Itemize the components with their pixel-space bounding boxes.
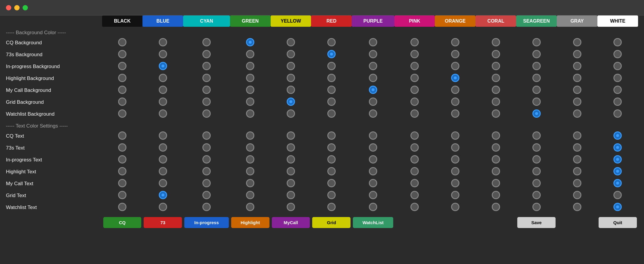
radio-text-6-black[interactable] <box>118 203 126 211</box>
radio-bg-1-green[interactable] <box>246 50 254 58</box>
radio-bg-2-gray[interactable] <box>573 62 581 70</box>
radio-text-4-orange[interactable] <box>451 179 459 187</box>
radio-text-1-white[interactable] <box>613 143 622 152</box>
radio-text-1-red[interactable] <box>327 143 336 152</box>
radio-text-2-yellow[interactable] <box>287 155 295 164</box>
minimize-button[interactable] <box>14 5 20 10</box>
radio-text-0-coral[interactable] <box>492 131 500 140</box>
radio-bg-3-green[interactable] <box>246 74 254 82</box>
radio-text-0-yellow[interactable] <box>287 131 295 140</box>
radio-bg-4-orange[interactable] <box>451 86 459 94</box>
footer-btn-cq[interactable]: CQ <box>103 217 142 228</box>
radio-text-3-pink[interactable] <box>410 167 419 175</box>
radio-bg-6-seagreen[interactable] <box>532 109 541 118</box>
radio-bg-4-green[interactable] <box>246 86 254 94</box>
radio-text-3-orange[interactable] <box>451 167 459 175</box>
radio-text-6-green[interactable] <box>246 203 254 211</box>
radio-text-6-orange[interactable] <box>451 203 459 211</box>
radio-text-0-cyan[interactable] <box>202 131 211 140</box>
radio-text-0-white[interactable] <box>613 131 622 140</box>
radio-text-5-black[interactable] <box>118 191 126 199</box>
radio-bg-5-green[interactable] <box>246 98 254 106</box>
radio-text-2-red[interactable] <box>327 155 336 164</box>
radio-text-2-purple[interactable] <box>369 155 377 164</box>
radio-bg-0-black[interactable] <box>118 38 126 46</box>
radio-text-5-pink[interactable] <box>410 191 419 199</box>
radio-bg-5-yellow[interactable] <box>287 98 295 106</box>
radio-text-5-red[interactable] <box>327 191 336 199</box>
radio-bg-0-orange[interactable] <box>451 38 459 46</box>
radio-text-3-coral[interactable] <box>492 167 500 175</box>
radio-text-0-green[interactable] <box>246 131 254 140</box>
footer-btn-mycall[interactable]: MyCall <box>272 217 310 228</box>
radio-bg-4-cyan[interactable] <box>202 86 211 94</box>
radio-text-1-purple[interactable] <box>369 143 377 152</box>
radio-text-2-coral[interactable] <box>492 155 500 164</box>
radio-bg-2-seagreen[interactable] <box>532 62 541 70</box>
radio-text-5-green[interactable] <box>246 191 254 199</box>
radio-text-1-seagreen[interactable] <box>532 143 541 152</box>
radio-text-4-cyan[interactable] <box>202 179 211 187</box>
radio-bg-0-pink[interactable] <box>410 38 419 46</box>
radio-bg-4-blue[interactable] <box>159 86 167 94</box>
radio-bg-0-red[interactable] <box>327 38 336 46</box>
radio-bg-3-cyan[interactable] <box>202 74 211 82</box>
radio-bg-1-cyan[interactable] <box>202 50 211 58</box>
radio-text-5-purple[interactable] <box>369 191 377 199</box>
radio-bg-0-yellow[interactable] <box>287 38 295 46</box>
radio-bg-0-blue[interactable] <box>159 38 167 46</box>
radio-bg-3-red[interactable] <box>327 74 336 82</box>
radio-bg-5-cyan[interactable] <box>202 98 211 106</box>
radio-bg-2-orange[interactable] <box>451 62 459 70</box>
radio-bg-1-white[interactable] <box>613 50 622 58</box>
footer-btn-watchlist[interactable]: WatchList <box>353 217 393 228</box>
radio-text-5-white[interactable] <box>613 191 622 199</box>
radio-text-2-cyan[interactable] <box>202 155 211 164</box>
radio-text-5-seagreen[interactable] <box>532 191 541 199</box>
radio-text-0-purple[interactable] <box>369 131 377 140</box>
radio-bg-0-white[interactable] <box>613 38 622 46</box>
radio-text-0-pink[interactable] <box>410 131 419 140</box>
radio-text-6-white[interactable] <box>613 203 622 211</box>
radio-bg-2-coral[interactable] <box>492 62 500 70</box>
radio-text-3-yellow[interactable] <box>287 167 295 175</box>
radio-bg-6-coral[interactable] <box>492 109 500 118</box>
radio-bg-1-black[interactable] <box>118 50 126 58</box>
radio-text-1-coral[interactable] <box>492 143 500 152</box>
radio-text-1-gray[interactable] <box>573 143 581 152</box>
radio-bg-5-gray[interactable] <box>573 98 581 106</box>
radio-bg-4-seagreen[interactable] <box>532 86 541 94</box>
radio-bg-0-seagreen[interactable] <box>532 38 541 46</box>
radio-text-3-green[interactable] <box>246 167 254 175</box>
radio-text-4-red[interactable] <box>327 179 336 187</box>
radio-bg-6-pink[interactable] <box>410 109 419 118</box>
footer-btn-73[interactable]: 73 <box>144 217 182 228</box>
radio-bg-4-pink[interactable] <box>410 86 419 94</box>
radio-text-0-red[interactable] <box>327 131 336 140</box>
radio-text-6-seagreen[interactable] <box>532 203 541 211</box>
radio-bg-1-red[interactable] <box>327 50 336 58</box>
radio-bg-6-cyan[interactable] <box>202 109 211 118</box>
radio-bg-1-gray[interactable] <box>573 50 581 58</box>
radio-bg-5-white[interactable] <box>613 98 622 106</box>
radio-text-1-pink[interactable] <box>410 143 419 152</box>
radio-bg-3-blue[interactable] <box>159 74 167 82</box>
radio-text-1-blue[interactable] <box>159 143 167 152</box>
radio-bg-5-black[interactable] <box>118 98 126 106</box>
radio-bg-0-coral[interactable] <box>492 38 500 46</box>
radio-text-6-gray[interactable] <box>573 203 581 211</box>
radio-bg-6-orange[interactable] <box>451 109 459 118</box>
radio-text-2-gray[interactable] <box>573 155 581 164</box>
radio-bg-0-purple[interactable] <box>369 38 377 46</box>
radio-text-3-red[interactable] <box>327 167 336 175</box>
radio-bg-3-orange[interactable] <box>451 74 459 82</box>
radio-text-2-seagreen[interactable] <box>532 155 541 164</box>
radio-text-3-blue[interactable] <box>159 167 167 175</box>
radio-text-0-seagreen[interactable] <box>532 131 541 140</box>
radio-bg-1-blue[interactable] <box>159 50 167 58</box>
radio-text-5-gray[interactable] <box>573 191 581 199</box>
radio-text-6-purple[interactable] <box>369 203 377 211</box>
radio-bg-3-coral[interactable] <box>492 74 500 82</box>
radio-bg-3-pink[interactable] <box>410 74 419 82</box>
radio-bg-3-gray[interactable] <box>573 74 581 82</box>
